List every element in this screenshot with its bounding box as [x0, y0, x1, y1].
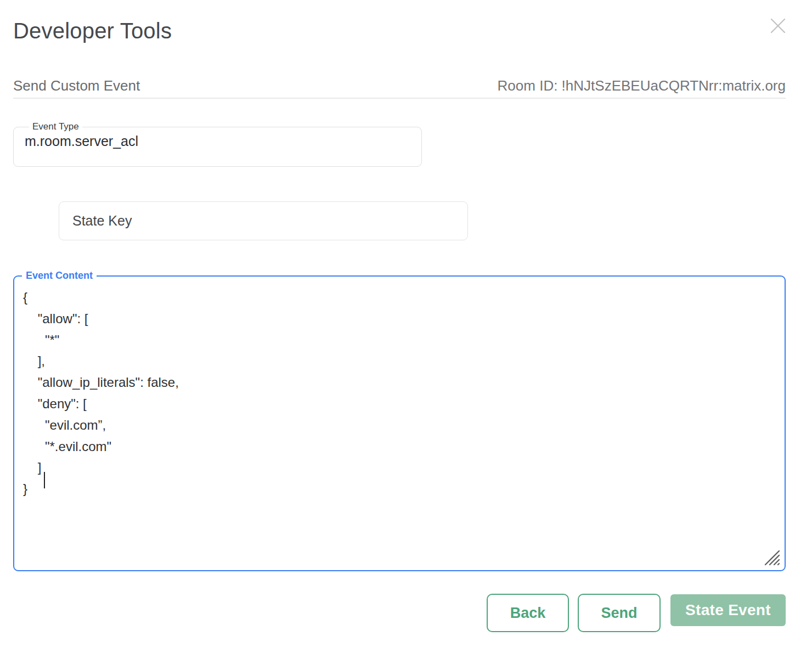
developer-tools-dialog: Developer Tools Send Custom Event Room I… — [0, 0, 812, 653]
send-button[interactable]: Send — [578, 594, 661, 632]
page-title: Developer Tools — [13, 19, 172, 43]
divider — [13, 98, 786, 99]
event-content-field: Event Content { "allow": [ "*" ], "allow… — [13, 270, 786, 571]
state-key-input[interactable] — [59, 201, 468, 240]
close-button[interactable] — [767, 15, 789, 37]
event-type-label: Event Type — [29, 121, 82, 132]
close-icon — [768, 16, 788, 36]
section-title: Send Custom Event — [13, 77, 140, 94]
event-content-editor[interactable]: { "allow": [ "*" ], "allow_ip_literals":… — [14, 285, 785, 500]
back-button[interactable]: Back — [487, 594, 569, 632]
event-type-input[interactable] — [22, 132, 413, 149]
resize-handle-icon[interactable] — [764, 550, 781, 566]
subheader: Send Custom Event Room ID: !hNJtSzEBEUaC… — [13, 77, 786, 94]
room-id-label: Room ID: !hNJtSzEBEUaCQRTNrr:matrix.org — [498, 77, 786, 94]
event-content-label: Event Content — [22, 270, 97, 282]
state-event-button[interactable]: State Event — [670, 594, 786, 626]
event-type-field: Event Type — [13, 121, 422, 167]
text-caret — [44, 472, 45, 488]
